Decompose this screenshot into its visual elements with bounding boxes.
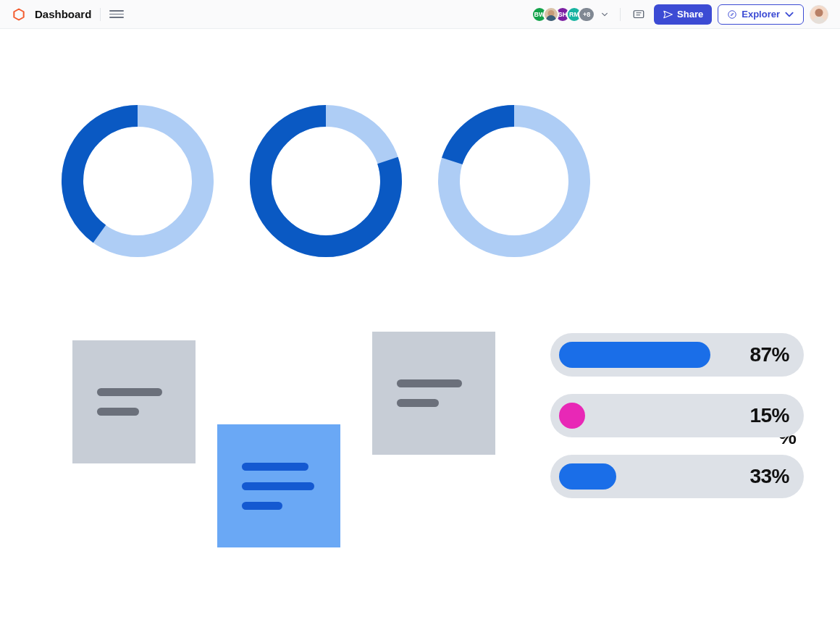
progress-bar-2: 15% bbox=[550, 394, 804, 437]
progress-bar-1: 87% bbox=[550, 333, 804, 377]
text-placeholder-line bbox=[97, 408, 139, 416]
text-placeholder-line bbox=[397, 399, 439, 407]
send-icon bbox=[663, 9, 673, 20]
progress-fill bbox=[559, 342, 710, 368]
text-placeholder-line bbox=[397, 379, 462, 387]
progress-bar-3: 33% bbox=[550, 455, 804, 498]
text-placeholder-line bbox=[242, 463, 308, 471]
progress-fill bbox=[559, 463, 616, 490]
chevron-down-icon bbox=[784, 9, 794, 20]
collaborator-overflow-count[interactable]: +8 bbox=[578, 7, 595, 22]
compass-icon bbox=[727, 9, 737, 20]
sticky-note-blue[interactable] bbox=[217, 424, 340, 547]
explorer-button[interactable]: Explorer bbox=[718, 4, 804, 25]
text-placeholder-line bbox=[97, 388, 162, 396]
donut-chart-2 bbox=[246, 101, 406, 261]
progress-percent-label: 33% bbox=[749, 465, 789, 488]
divider bbox=[620, 8, 621, 21]
text-placeholder-line bbox=[242, 482, 314, 490]
share-button[interactable]: Share bbox=[654, 4, 712, 25]
progress-fill bbox=[559, 403, 585, 429]
avatars-expand-button[interactable] bbox=[598, 8, 611, 21]
topbar: Dashboard BWSHRM+8 Share Explorer bbox=[0, 0, 840, 29]
collaborator-avatars[interactable]: BWSHRM+8 bbox=[532, 7, 595, 22]
svg-point-1 bbox=[728, 10, 736, 18]
svg-rect-0 bbox=[634, 10, 644, 17]
user-avatar[interactable] bbox=[810, 5, 828, 24]
donut-chart-3 bbox=[434, 101, 594, 261]
progress-bars: 87%15%33% bbox=[550, 333, 804, 498]
collaborator-avatar[interactable] bbox=[543, 7, 559, 22]
page-title: Dashboard bbox=[35, 8, 91, 20]
menu-icon[interactable] bbox=[109, 7, 124, 22]
donut-chart-1 bbox=[58, 101, 217, 261]
divider bbox=[100, 8, 101, 21]
present-icon[interactable] bbox=[629, 5, 648, 24]
donut-charts bbox=[58, 101, 594, 261]
progress-percent-label: 87% bbox=[749, 343, 789, 366]
explorer-button-label: Explorer bbox=[742, 9, 780, 20]
sticky-note-grey-1[interactable] bbox=[72, 340, 196, 463]
share-button-label: Share bbox=[677, 9, 703, 20]
app-logo bbox=[12, 7, 26, 22]
progress-percent-label: 15% bbox=[749, 404, 789, 427]
sticky-note-grey-2[interactable] bbox=[372, 332, 495, 455]
text-placeholder-line bbox=[242, 502, 282, 510]
